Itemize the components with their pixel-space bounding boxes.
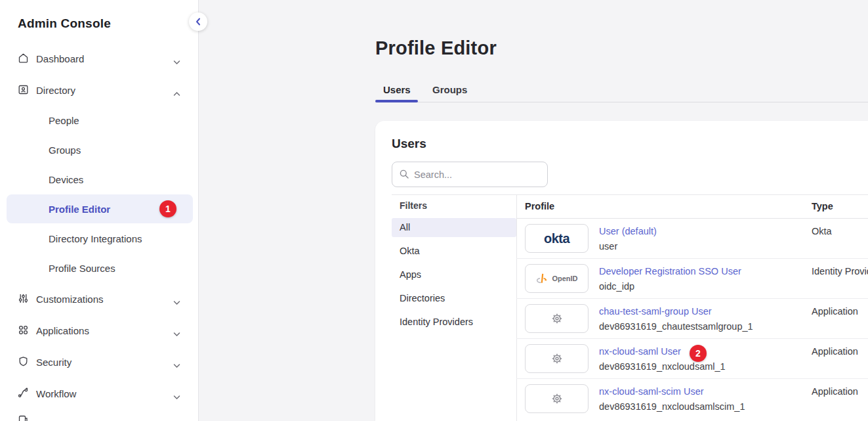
sidebar-item-profile-editor[interactable]: Profile Editor 1: [7, 194, 193, 223]
table-row[interactable]: nx-cloud-saml User 2 dev86931619_nxcloud…: [516, 339, 868, 379]
app-logo-box: [525, 304, 589, 333]
sidebar-item-security[interactable]: Security: [0, 353, 199, 371]
sidebar-item-profile-sources[interactable]: Profile Sources: [0, 259, 199, 277]
sidebar-item-label: Customizations: [36, 294, 104, 305]
sidebar-item-workflow[interactable]: Workflow: [0, 384, 199, 403]
apps-grid-icon: [18, 324, 29, 336]
gear-icon: [550, 312, 564, 325]
sidebar-item-label: Security: [36, 357, 72, 368]
annotation-badge-2: 2: [690, 345, 707, 362]
profile-id: dev86931619_chautestsamlgroup_1: [599, 321, 753, 332]
chevron-down-icon: [173, 328, 180, 333]
profile-type: Application: [812, 306, 858, 317]
table-header: Profile Type: [516, 194, 868, 219]
chevron-up-icon: [173, 87, 180, 93]
filter-okta[interactable]: Okta: [392, 242, 516, 261]
sidebar-item-groups[interactable]: Groups: [0, 141, 199, 159]
gear-icon: [550, 392, 564, 405]
profile-type: Okta: [812, 226, 832, 236]
gear-icon: [550, 352, 564, 365]
sidebar-item-devices[interactable]: Devices: [0, 170, 199, 188]
table-row[interactable]: OpenID Developer Registration SSO User o…: [516, 259, 868, 299]
home-icon: [18, 53, 29, 64]
app-title: Admin Console: [18, 16, 111, 31]
chevron-down-icon: [173, 56, 180, 61]
search-box: [392, 162, 548, 187]
filters-label: Filters: [400, 200, 427, 211]
app-logo-box: [525, 384, 589, 413]
table-row[interactable]: nx-cloud-saml-scim User dev86931619_nxcl…: [516, 379, 868, 419]
filter-identity-providers[interactable]: Identity Providers: [392, 313, 516, 332]
profile-link[interactable]: Developer Registration SSO User: [599, 266, 741, 277]
table-row[interactable]: okta User (default) user Okta: [516, 219, 868, 259]
sidebar-item-directory[interactable]: Directory: [0, 81, 199, 99]
profile-id: dev86931619_nxcloudsaml_1: [599, 361, 726, 372]
sidebar-item-label: Dashboard: [36, 53, 84, 64]
filters-panel: Filters All Okta Apps Directories Identi…: [392, 194, 516, 421]
annotation-badge-1: 1: [159, 200, 176, 217]
sidebar-item-applications[interactable]: Applications: [0, 321, 199, 340]
profile-type: Application: [812, 346, 858, 357]
openid-icon: [535, 273, 548, 284]
profile-link[interactable]: nx-cloud-saml User: [599, 346, 681, 357]
sidebar-collapse-button[interactable]: [189, 12, 207, 31]
shield-icon: [18, 356, 29, 367]
tab-users[interactable]: Users: [383, 84, 411, 95]
workflow-icon: [18, 388, 29, 399]
page-title: Profile Editor: [375, 37, 497, 59]
tab-groups[interactable]: Groups: [432, 84, 467, 95]
search-input[interactable]: [392, 162, 548, 187]
sidebar-item-people[interactable]: People: [0, 111, 199, 129]
column-header-profile: Profile: [525, 194, 554, 219]
profile-id: oidc_idp: [599, 281, 634, 292]
clipped-nav-icon: [18, 414, 28, 421]
filter-all[interactable]: All: [392, 218, 516, 237]
active-tab-indicator: [375, 100, 418, 102]
profile-id: dev86931619_nxcloudsamlscim_1: [599, 401, 745, 412]
panel-heading: Users: [392, 137, 426, 151]
filter-apps[interactable]: Apps: [392, 265, 516, 284]
chevron-down-icon: [173, 359, 180, 365]
directory-icon: [18, 84, 29, 95]
profile-id: user: [599, 241, 617, 252]
chevron-down-icon: [173, 296, 180, 301]
okta-logo: okta: [525, 224, 589, 253]
openid-logo: OpenID: [525, 264, 589, 293]
profile-link[interactable]: nx-cloud-saml-scim User: [599, 386, 704, 397]
column-header-type: Type: [812, 194, 833, 219]
sidebar-item-label: Directory: [36, 85, 75, 96]
sidebar: Admin Console Dashboard Directory People: [0, 0, 199, 421]
table-row[interactable]: chau-test-saml-group User dev86931619_ch…: [516, 299, 868, 339]
profile-type: Identity Provider: [812, 266, 868, 277]
profile-link[interactable]: User (default): [599, 226, 657, 236]
profile-link[interactable]: chau-test-saml-group User: [599, 306, 712, 317]
sidebar-item-directory-integrations[interactable]: Directory Integrations: [0, 229, 199, 248]
app-logo-box: [525, 344, 589, 373]
profile-type: Application: [812, 386, 858, 397]
admin-console-screen: Admin Console Dashboard Directory People: [0, 0, 868, 421]
profiles-table: Profile Type okta User (default) user Ok…: [516, 194, 868, 421]
sidebar-item-dashboard[interactable]: Dashboard: [0, 49, 199, 68]
chevron-down-icon: [173, 391, 180, 396]
tabs-divider: [375, 102, 868, 102]
users-panel: Users Filters All Okta Apps Directories …: [375, 121, 868, 421]
chevron-left-icon: [196, 18, 201, 26]
sidebar-item-label: Workflow: [36, 388, 76, 399]
sidebar-item-label: Applications: [36, 325, 89, 336]
sidebar-item-customizations[interactable]: Customizations: [0, 290, 199, 308]
sliders-icon: [18, 293, 29, 304]
filter-directories[interactable]: Directories: [392, 289, 516, 308]
